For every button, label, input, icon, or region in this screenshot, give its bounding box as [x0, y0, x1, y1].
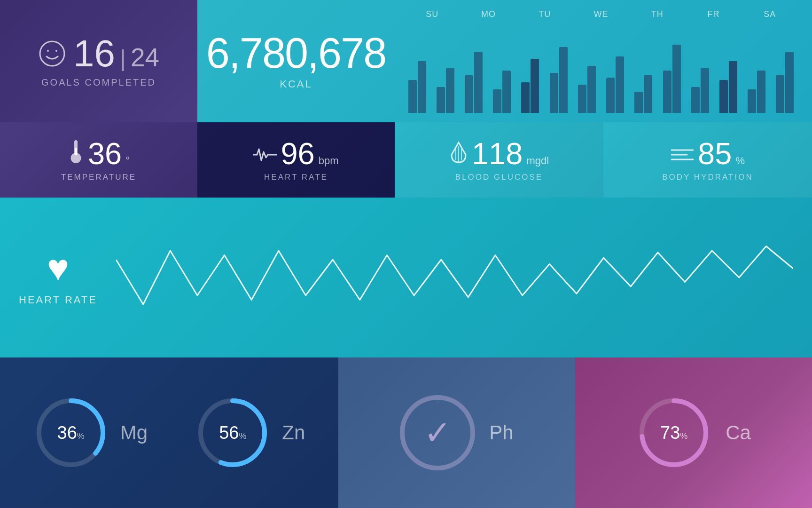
- body-hydration-panel: 85 % BODY HYDRATION: [603, 122, 812, 198]
- svg-point-2: [55, 50, 57, 52]
- ph-circle: ✓: [400, 395, 475, 470]
- bar-10-1: [701, 68, 709, 113]
- bar-13-0: [776, 75, 784, 113]
- bar-group-8: [631, 75, 656, 113]
- goals-label: GOALS COMPLETED: [41, 77, 156, 88]
- bar-group-0: [404, 61, 430, 113]
- thermometer-icon: [68, 138, 84, 164]
- hydration-icon: [671, 145, 694, 164]
- bar-group-3: [489, 71, 515, 113]
- bar-7-0: [606, 78, 615, 113]
- goals-total: 24: [131, 42, 159, 72]
- kcal-panel: 6,780,678 KCAL SU MO TU WE TH FR SA: [197, 0, 812, 122]
- heart-rate-chart: [116, 226, 793, 329]
- svg-point-0: [40, 41, 64, 66]
- bar-10-0: [691, 87, 700, 113]
- mineral-panel-left: 36% Mg 56% Zn: [0, 357, 338, 508]
- glucose-unit: mgdl: [526, 155, 549, 167]
- weekly-chart-section: SU MO TU WE TH FR SA: [395, 0, 812, 122]
- bar-1-1: [446, 68, 454, 113]
- temp-label: TEMPERATURE: [61, 173, 136, 182]
- mineral-panel-ph: ✓ Ph: [338, 357, 575, 508]
- bar-0-0: [408, 80, 417, 113]
- bar-13-1: [785, 52, 794, 113]
- heart-icon: ♥: [47, 249, 70, 287]
- temperature-panel: 36 ° TEMPERATURE: [0, 122, 197, 198]
- svg-rect-5: [75, 148, 77, 155]
- bar-group-5: [546, 47, 571, 113]
- heart-rate-panel-stat: 96 bpm HEART RATE: [197, 122, 395, 198]
- hydration-unit: %: [735, 155, 745, 167]
- bar-3-1: [502, 71, 511, 113]
- bar-group-10: [687, 68, 713, 113]
- day-th: TH: [629, 9, 686, 19]
- bar-0-1: [418, 61, 426, 113]
- hydration-label: BODY HYDRATION: [662, 173, 753, 182]
- mg-item: 36% Mg: [33, 395, 148, 470]
- bar-group-12: [744, 71, 770, 113]
- stats-row: 36 ° TEMPERATURE 96 bpm HEART RATE: [0, 122, 812, 198]
- bar-group-11: [715, 61, 741, 113]
- temp-value: 36: [88, 138, 122, 169]
- goals-separator: |: [120, 45, 126, 72]
- ca-name: Ca: [726, 421, 751, 444]
- mg-name: Mg: [120, 421, 148, 444]
- day-su: SU: [404, 9, 461, 19]
- kcal-value-section: 6,780,678 KCAL: [197, 0, 395, 122]
- hr-unit: bpm: [319, 155, 339, 167]
- mineral-panel-ca: 73% Ca: [575, 357, 812, 508]
- bar-group-7: [602, 56, 628, 113]
- bar-group-6: [574, 66, 600, 113]
- heartbeat-icon: [253, 145, 277, 164]
- bar-group-9: [659, 45, 685, 113]
- bar-4-1: [531, 59, 539, 113]
- day-we: WE: [573, 9, 629, 19]
- glucose-value: 118: [472, 138, 523, 169]
- bar-3-0: [493, 89, 501, 113]
- bar-9-1: [672, 45, 681, 113]
- mg-value: 36: [57, 423, 77, 443]
- bar-4-0: [521, 82, 530, 113]
- temp-unit: °: [125, 155, 130, 167]
- bar-8-1: [644, 75, 652, 113]
- bar-group-4: [517, 59, 543, 113]
- mg-gauge: 36%: [33, 395, 109, 470]
- zn-gauge: 56%: [195, 395, 270, 470]
- minerals-row: 36% Mg 56% Zn: [0, 357, 812, 508]
- zn-name: Zn: [282, 421, 305, 444]
- bar-9-0: [663, 71, 671, 113]
- bar-11-0: [719, 80, 728, 113]
- zn-item: 56% Zn: [195, 395, 305, 470]
- goals-current: 16: [73, 35, 115, 72]
- bar-group-2: [461, 52, 486, 113]
- kcal-number: 6,780,678: [206, 32, 386, 74]
- bar-6-0: [578, 85, 586, 113]
- bar-2-1: [474, 52, 483, 113]
- bar-12-0: [748, 89, 756, 113]
- heart-rate-chart-title: HEART RATE: [19, 294, 97, 306]
- heart-rate-svg: [116, 226, 793, 329]
- hr-label: HEART RATE: [264, 173, 328, 182]
- blood-drop-icon: [449, 141, 468, 164]
- bar-group-1: [432, 68, 458, 113]
- bar-2-0: [465, 75, 473, 113]
- bar-5-1: [559, 47, 568, 113]
- bar-5-0: [550, 73, 558, 113]
- heart-rate-chart-panel: ♥ HEART RATE: [0, 198, 812, 357]
- hr-value: 96: [281, 138, 314, 169]
- blood-glucose-panel: 118 mgdl BLOOD GLUCOSE: [395, 122, 603, 198]
- bar-6-1: [587, 66, 596, 113]
- bar-8-0: [634, 92, 643, 113]
- bar-11-1: [729, 61, 737, 113]
- bar-group-13: [772, 52, 798, 113]
- bar-1-0: [437, 87, 445, 113]
- ca-value: 73: [660, 423, 680, 443]
- glucose-label: BLOOD GLUCOSE: [455, 173, 543, 182]
- check-icon: ✓: [424, 413, 452, 452]
- zn-value: 56: [219, 423, 239, 443]
- smiley-icon: [38, 40, 66, 68]
- bar-12-1: [757, 71, 765, 113]
- kcal-label: KCAL: [280, 78, 312, 90]
- day-mo: MO: [461, 9, 517, 19]
- ph-name: Ph: [489, 421, 513, 444]
